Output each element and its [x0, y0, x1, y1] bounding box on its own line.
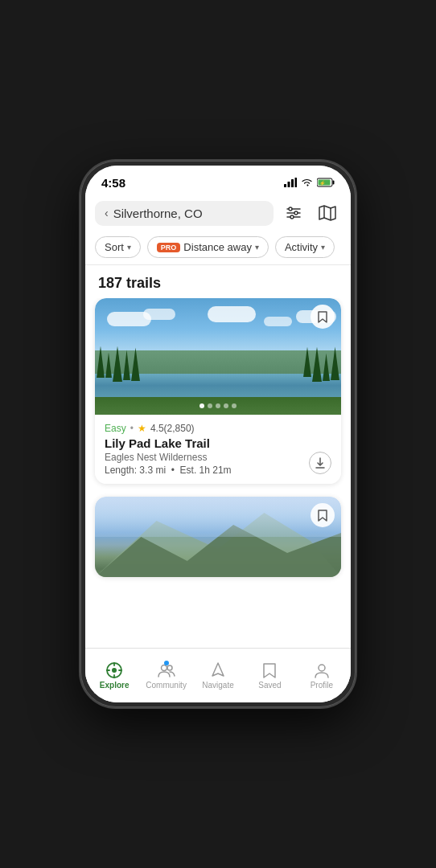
svg-rect-0	[284, 184, 286, 187]
trail-count: 187	[98, 275, 122, 291]
phone-screen: 4:58	[85, 166, 351, 702]
svg-point-26	[112, 668, 117, 673]
svg-marker-14	[319, 206, 335, 220]
distance-chevron-icon: ▾	[255, 243, 259, 252]
profile-nav-label: Profile	[311, 681, 333, 690]
profile-icon-wrap	[313, 661, 331, 679]
status-icons: ⚡	[284, 178, 335, 187]
svg-marker-29	[212, 663, 224, 676]
tree	[123, 350, 130, 380]
distance-filter-chip[interactable]: PRO Distance away ▾	[147, 236, 269, 258]
sort-filter-chip[interactable]: Sort ▾	[95, 236, 141, 258]
activity-filter-chip[interactable]: Activity ▾	[275, 236, 335, 258]
difficulty-row: Easy • ★ 4.5(2,850)	[105, 423, 331, 434]
tree	[331, 346, 339, 380]
separator: •	[130, 423, 134, 434]
filter-chips-row: Sort ▾ PRO Distance away ▾ Activity ▾	[85, 233, 351, 264]
trail-name-1: Lily Pad Lake Trail	[105, 436, 331, 450]
svg-point-12	[294, 211, 298, 215]
distance-label: Distance away	[183, 241, 252, 253]
svg-rect-2	[291, 179, 294, 187]
activity-chevron-icon: ▾	[321, 243, 325, 252]
trees-right	[303, 346, 341, 382]
nav-item-saved[interactable]: Saved	[244, 661, 295, 690]
download-icon	[315, 457, 326, 469]
svg-rect-3	[295, 178, 298, 187]
svg-rect-5	[333, 181, 335, 185]
tree	[105, 352, 112, 378]
dot-2	[208, 403, 212, 408]
pro-badge: PRO	[157, 243, 181, 252]
trail-image-lake	[95, 298, 341, 415]
bookmark-icon-2	[318, 510, 327, 522]
battery-icon: ⚡	[317, 178, 335, 187]
signal-icon	[284, 178, 297, 187]
tree	[312, 346, 322, 382]
search-bar[interactable]: ‹ Silverthorne, CO	[95, 201, 274, 226]
tree	[323, 353, 330, 381]
map-icon	[319, 204, 336, 222]
explore-nav-label: Explore	[100, 681, 130, 690]
nav-item-navigate[interactable]: Navigate	[192, 661, 244, 690]
clouds	[95, 302, 341, 349]
svg-rect-1	[288, 182, 290, 187]
trail-label: trails	[126, 275, 161, 291]
tree	[131, 347, 140, 381]
tree	[303, 346, 311, 377]
saved-icon	[261, 661, 278, 679]
trail-list: Easy • ★ 4.5(2,850) Lily Pad Lake Trail …	[85, 298, 351, 648]
trail-location-1: Eagles Nest Wilderness	[105, 452, 331, 463]
status-time: 4:58	[101, 176, 125, 190]
activity-label: Activity	[285, 241, 318, 253]
lake-scene	[95, 298, 341, 415]
trail-card-2[interactable]	[95, 497, 341, 577]
status-bar: 4:58	[85, 166, 351, 193]
community-icon-wrap	[158, 661, 175, 679]
search-row: ‹ Silverthorne, CO	[85, 193, 351, 233]
svg-point-28	[167, 665, 172, 670]
back-arrow-icon[interactable]: ‹	[105, 207, 109, 219]
bookmark-button-1[interactable]	[311, 305, 335, 329]
download-button-1[interactable]	[309, 452, 331, 474]
navigate-icon-wrap	[209, 661, 227, 679]
dot-3	[216, 403, 220, 408]
community-notification-dot	[164, 661, 169, 665]
svg-point-30	[319, 665, 325, 671]
trail-stats-1: Length: 3.3 mi • Est. 1h 21m	[105, 465, 331, 476]
map-icon-btn[interactable]	[314, 199, 341, 227]
nav-item-explore[interactable]: Explore	[88, 661, 140, 690]
cloud-4	[264, 317, 292, 326]
filter-icon-btn[interactable]	[280, 199, 307, 227]
dot-5	[232, 403, 237, 408]
cloud-2	[143, 309, 175, 320]
saved-nav-label: Saved	[258, 681, 281, 690]
tree	[113, 346, 122, 382]
svg-text:⚡: ⚡	[319, 180, 326, 186]
search-location-text: Silverthorne, CO	[113, 207, 203, 220]
mountain-bg	[95, 497, 341, 577]
wifi-icon	[301, 178, 313, 187]
nav-item-profile[interactable]: Profile	[296, 661, 348, 690]
trail-info-1: Easy • ★ 4.5(2,850) Lily Pad Lake Trail …	[95, 415, 341, 484]
dot-4	[224, 403, 228, 408]
nav-item-community[interactable]: Community	[140, 661, 191, 690]
bottom-nav: Explore Community	[85, 648, 351, 702]
bookmark-icon	[318, 311, 327, 323]
difficulty-label: Easy	[105, 423, 126, 434]
sort-label: Sort	[105, 241, 124, 253]
community-nav-label: Community	[146, 681, 187, 690]
trail-card[interactable]: Easy • ★ 4.5(2,850) Lily Pad Lake Trail …	[95, 298, 341, 484]
svg-point-27	[161, 665, 167, 671]
explore-icon-wrap	[105, 661, 123, 679]
star-icon: ★	[138, 423, 146, 434]
sliders-icon	[285, 204, 302, 222]
cloud-3	[208, 306, 256, 322]
app-content: ‹ Silverthorne, CO	[85, 193, 351, 702]
saved-icon-wrap	[261, 661, 278, 679]
sort-chevron-icon: ▾	[127, 243, 131, 252]
tree	[97, 346, 105, 378]
svg-point-11	[289, 207, 292, 211]
bookmark-button-2[interactable]	[311, 503, 335, 527]
phone-device: 4:58	[80, 161, 356, 707]
trails-count-header: 187 trails	[85, 265, 351, 298]
